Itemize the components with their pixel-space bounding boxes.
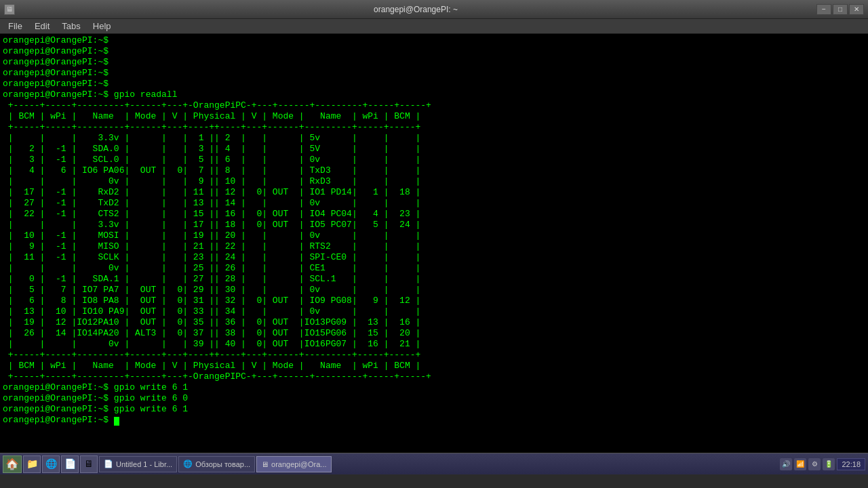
taskbar-terminal[interactable]: 🖥 orangepi@Ora... xyxy=(256,456,332,472)
terminal-line: | 19 | 12 |IO12PA10 | OUT | 0| 35 || 36 … xyxy=(3,317,865,328)
menu-tabs[interactable]: Tabs xyxy=(56,20,85,33)
taskbar: 🏠 📁 🌐 📄 🖥 📄 Untitled 1 - Libr... 🌐 Обзор… xyxy=(0,453,868,474)
terminal-line: | | | 3.3v | | | 1 || 2 | | | 5v | | | xyxy=(3,133,865,144)
battery-icon[interactable]: 🔋 xyxy=(823,458,835,470)
browser-icon: 🌐 xyxy=(183,460,193,468)
terminal-line: +-----+-----+---------+------+---+-Orang… xyxy=(3,100,865,111)
terminal-line: orangepi@OrangePI:~$ gpio write 6 1 xyxy=(3,404,865,415)
terminal-line: | 2 | -1 | SDA.0 | | | 3 || 4 | | | 5V |… xyxy=(3,144,865,155)
taskbar-term-icon[interactable]: 🖥 xyxy=(80,455,98,473)
terminal-line: | BCM | wPi | Name | Mode | V | Physical… xyxy=(3,361,865,371)
terminal-line: | 3 | -1 | SCL.0 | | | 5 || 6 | | | 0v |… xyxy=(3,155,865,165)
terminal-line: | 11 | -1 | SCLK | | | 23 || 24 | | | SP… xyxy=(3,252,865,263)
terminal-line: | BCM | wPi | Name | Mode | V | Physical… xyxy=(3,111,865,122)
system-clock: 22:18 xyxy=(837,458,865,470)
taskbar-browser[interactable]: 🌐 Обзоры товар... xyxy=(178,456,255,472)
window-controls: − □ ✕ xyxy=(816,4,864,15)
terminal-line: +-----+-----+---------+------+---+----++… xyxy=(3,350,865,361)
terminal-line: | 27 | -1 | TxD2 | | | 13 || 14 | | | 0v… xyxy=(3,198,865,209)
terminal-line: | | | 0v | | | 25 || 26 | | | CE1 | | | xyxy=(3,263,865,274)
taskbar-files-icon[interactable]: 📁 xyxy=(23,455,41,473)
terminal-line: | | | 0v | | | 9 || 10 | | | RxD3 | | | xyxy=(3,176,865,187)
taskbar-files2-icon[interactable]: 📄 xyxy=(61,455,79,473)
terminal-line: | 22 | -1 | CTS2 | | | 15 || 16 | 0| OUT… xyxy=(3,209,865,220)
terminal-line: | 4 | 6 | IO6 PA06| OUT | 0| 7 || 8 | | … xyxy=(3,165,865,176)
terminal-line: | 5 | 7 | IO7 PA7 | OUT | 0| 29 || 30 | … xyxy=(3,285,865,296)
terminal-line: | | | 0v | | | 39 || 40 | 0| OUT |IO16PG… xyxy=(3,339,865,350)
terminal-line: orangepi@OrangePI:~$ xyxy=(3,35,865,46)
terminal-line: orangepi@OrangePI:~$ xyxy=(3,79,865,89)
volume-icon[interactable]: 🔊 xyxy=(780,458,792,470)
terminal[interactable]: orangepi@OrangePI:~$ orangepi@OrangePI:~… xyxy=(0,34,868,453)
terminal-line: | 9 | -1 | MISO | | | 21 || 22 | | | RTS… xyxy=(3,241,865,252)
maximize-button[interactable]: □ xyxy=(833,4,848,15)
titlebar: 🖥 orangepi@OrangePI: ~ − □ ✕ xyxy=(0,0,868,19)
taskbar-browser-icon[interactable]: 🌐 xyxy=(42,455,60,473)
window-title: orangepi@OrangePI: ~ xyxy=(15,5,816,14)
terminal-prompt: orangepi@OrangePI:~$ xyxy=(3,415,865,426)
terminal-line: | 17 | -1 | RxD2 | | | 11 || 12 | 0| OUT… xyxy=(3,187,865,198)
terminal-line: | 26 | 14 |IO14PA20 | ALT3 | 0| 37 || 38… xyxy=(3,328,865,339)
terminal-icon: 🖥 xyxy=(261,460,269,468)
terminal-line: +-----+-----+---------+------+---+----++… xyxy=(3,122,865,133)
close-button[interactable]: ✕ xyxy=(849,4,864,15)
terminal-line: | 6 | 8 | IO8 PA8 | OUT | 0| 31 || 32 | … xyxy=(3,296,865,306)
systray: 🔊 📶 ⚙ 🔋 22:18 xyxy=(780,458,865,470)
terminal-label: orangepi@Ora... xyxy=(271,460,327,468)
terminal-line: orangepi@OrangePI:~$ xyxy=(3,68,865,79)
app-icon: 🖥 xyxy=(4,4,15,15)
terminal-line: orangepi@OrangePI:~$ gpio readall xyxy=(3,89,865,100)
terminal-line: | 13 | 10 | IO10 PA9| OUT | 0| 33 || 34 … xyxy=(3,306,865,317)
menu-help[interactable]: Help xyxy=(87,20,117,33)
terminal-line: orangepi@OrangePI:~$ gpio write 6 1 xyxy=(3,382,865,393)
settings-icon[interactable]: ⚙ xyxy=(808,458,821,470)
libreoffice-label: Untitled 1 - Libr... xyxy=(116,460,172,468)
terminal-line: | 0 | -1 | SDA.1 | | | 27 || 28 | | | SC… xyxy=(3,274,865,285)
libreoffice-icon: 📄 xyxy=(104,460,113,468)
menu-edit[interactable]: Edit xyxy=(29,20,55,33)
menubar: File Edit Tabs Help xyxy=(0,19,868,34)
cursor xyxy=(114,417,119,426)
terminal-line: | | | 3.3v | | | 17 || 18 | 0| OUT | IO5… xyxy=(3,220,865,230)
terminal-line: orangepi@OrangePI:~$ xyxy=(3,46,865,57)
terminal-line: | 10 | -1 | MOSI | | | 19 || 20 | | | 0v… xyxy=(3,230,865,241)
browser-label: Обзоры товар... xyxy=(195,460,250,468)
menu-file[interactable]: File xyxy=(3,20,28,33)
minimize-button[interactable]: − xyxy=(816,4,831,15)
terminal-line: orangepi@OrangePI:~$ xyxy=(3,57,865,68)
terminal-line: orangepi@OrangePI:~$ gpio write 6 0 xyxy=(3,393,865,404)
taskbar-libreoffice[interactable]: 📄 Untitled 1 - Libr... xyxy=(99,456,177,472)
start-button[interactable]: 🏠 xyxy=(3,455,22,473)
network-icon[interactable]: 📶 xyxy=(794,458,806,470)
terminal-line: +-----+-----+---------+------+---+-Orang… xyxy=(3,371,865,382)
